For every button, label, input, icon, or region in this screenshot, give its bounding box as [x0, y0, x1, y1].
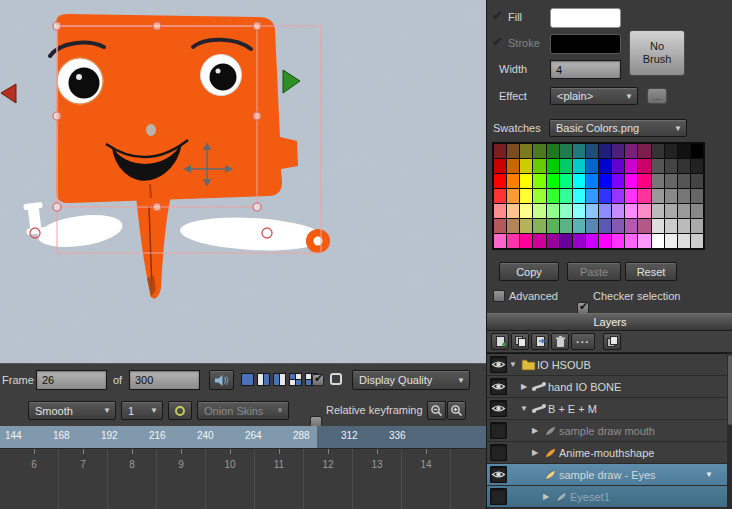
swatch-cell[interactable] — [599, 234, 611, 248]
swatch-cell[interactable] — [533, 144, 545, 158]
step-dropdown[interactable]: 1 ▼ — [121, 401, 163, 420]
swatch-cell[interactable] — [560, 204, 572, 218]
swatch-cell[interactable] — [494, 219, 506, 233]
transform-handle[interactable] — [253, 22, 261, 30]
swatch-cell[interactable] — [691, 144, 703, 158]
swatch-cell[interactable] — [507, 174, 519, 188]
transform-handle[interactable] — [53, 112, 61, 120]
swatch-cell[interactable] — [612, 144, 624, 158]
layer-row[interactable]: ▶Anime-mouthshape — [487, 442, 727, 464]
swatch-cell[interactable] — [560, 189, 572, 203]
swatch-cell[interactable] — [507, 189, 519, 203]
layer-visibility-toggle[interactable] — [490, 356, 507, 373]
swatch-cell[interactable] — [586, 144, 598, 158]
swatch-cell[interactable] — [652, 204, 664, 218]
swatch-cell[interactable] — [625, 174, 637, 188]
swatch-cell[interactable] — [494, 174, 506, 188]
swatch-cell[interactable] — [638, 189, 650, 203]
swatch-cell[interactable] — [533, 234, 545, 248]
layer-row[interactable]: ▶Eyeset1 — [487, 486, 727, 508]
delete-layer-button[interactable] — [551, 333, 569, 350]
swatch-cell[interactable] — [533, 204, 545, 218]
swatch-cell[interactable] — [678, 204, 690, 218]
swatch-cell[interactable] — [691, 204, 703, 218]
swatch-cell[interactable] — [547, 219, 559, 233]
swatch-cell[interactable] — [638, 204, 650, 218]
swatch-cell[interactable] — [573, 174, 585, 188]
layer-row[interactable]: ▼IO HSOUB — [487, 354, 727, 376]
fill-color-swatch[interactable] — [550, 8, 621, 28]
view-layout-single-button[interactable] — [241, 373, 254, 386]
swatch-cell[interactable] — [678, 159, 690, 173]
paste-button[interactable]: Paste — [567, 262, 621, 281]
view-layout-split-left-button[interactable] — [257, 373, 270, 386]
swatch-cell[interactable] — [547, 159, 559, 173]
swatch-cell[interactable] — [652, 159, 664, 173]
swatch-cell[interactable] — [599, 219, 611, 233]
swatch-cell[interactable] — [586, 159, 598, 173]
swatch-cell[interactable] — [599, 174, 611, 188]
swatch-cell[interactable] — [533, 189, 545, 203]
layer-visibility-toggle[interactable] — [490, 422, 507, 439]
swatch-cell[interactable] — [612, 204, 624, 218]
swatch-cell[interactable] — [533, 174, 545, 188]
swatch-cell[interactable] — [625, 189, 637, 203]
layer-row[interactable]: ▼B + E + M — [487, 398, 727, 420]
swatch-cell[interactable] — [691, 174, 703, 188]
swatch-cell[interactable] — [586, 204, 598, 218]
layers-panel-header[interactable]: Layers — [487, 313, 732, 331]
layer-expand-toggle[interactable]: ▼ — [518, 404, 530, 413]
stroke-color-swatch[interactable] — [550, 34, 621, 54]
swatch-cell[interactable] — [573, 204, 585, 218]
swatch-cell[interactable] — [678, 144, 690, 158]
layer-row[interactable]: sample draw - Eyes▼ — [487, 464, 727, 486]
swatch-cell[interactable] — [612, 234, 624, 248]
swatch-cell[interactable] — [494, 204, 506, 218]
swatch-cell[interactable] — [612, 219, 624, 233]
swatch-cell[interactable] — [599, 144, 611, 158]
swatch-cell[interactable] — [691, 189, 703, 203]
view-layout-quad-button[interactable] — [289, 373, 302, 386]
swatch-cell[interactable] — [547, 234, 559, 248]
swatch-cell[interactable] — [625, 234, 637, 248]
swatch-cell[interactable] — [625, 144, 637, 158]
swatch-cell[interactable] — [494, 159, 506, 173]
swatch-cell[interactable] — [586, 189, 598, 203]
swatch-cell[interactable] — [665, 204, 677, 218]
layer-menu-arrow[interactable]: ▼ — [705, 470, 727, 479]
swatch-cell[interactable] — [507, 234, 519, 248]
layer-expand-toggle[interactable]: ▼ — [507, 360, 519, 369]
swatch-cell[interactable] — [520, 159, 532, 173]
effect-dropdown[interactable]: <plain> ▼ — [550, 87, 638, 105]
onion-skins-dropdown[interactable]: Onion Skins ▼ — [197, 401, 289, 420]
layers-scrollbar[interactable] — [727, 353, 732, 509]
audio-button[interactable] — [209, 370, 234, 390]
zoom-out-button[interactable] — [427, 401, 446, 420]
swatch-cell[interactable] — [494, 144, 506, 158]
advanced-checkbox[interactable]: ✔ — [493, 290, 505, 302]
layer-expand-toggle[interactable]: ▶ — [540, 492, 552, 501]
swatch-cell[interactable] — [625, 159, 637, 173]
swatch-cell[interactable] — [599, 159, 611, 173]
layer-row[interactable]: ▶hand IO BONE — [487, 376, 727, 398]
swatch-cell[interactable] — [547, 174, 559, 188]
swatch-cell[interactable] — [560, 234, 572, 248]
layers-scrollbar-thumb[interactable] — [728, 355, 732, 425]
canvas-svg[interactable] — [0, 0, 486, 363]
swatch-cell[interactable] — [520, 219, 532, 233]
swatch-cell[interactable] — [520, 204, 532, 218]
copy-button[interactable]: Copy — [499, 262, 559, 281]
duplicate-layer-button[interactable] — [511, 333, 529, 350]
layer-visibility-toggle[interactable] — [490, 400, 507, 417]
swatch-cell[interactable] — [599, 189, 611, 203]
reset-button[interactable]: Reset — [625, 262, 677, 281]
layer-expand-toggle[interactable]: ▶ — [529, 426, 541, 435]
swatch-cell[interactable] — [520, 189, 532, 203]
swatch-cell[interactable] — [560, 159, 572, 173]
swatch-cell[interactable] — [507, 144, 519, 158]
swatch-cell[interactable] — [691, 219, 703, 233]
swatch-cell[interactable] — [665, 144, 677, 158]
swatch-cell[interactable] — [560, 174, 572, 188]
swatch-cell[interactable] — [638, 159, 650, 173]
transform-handle[interactable] — [253, 203, 261, 211]
